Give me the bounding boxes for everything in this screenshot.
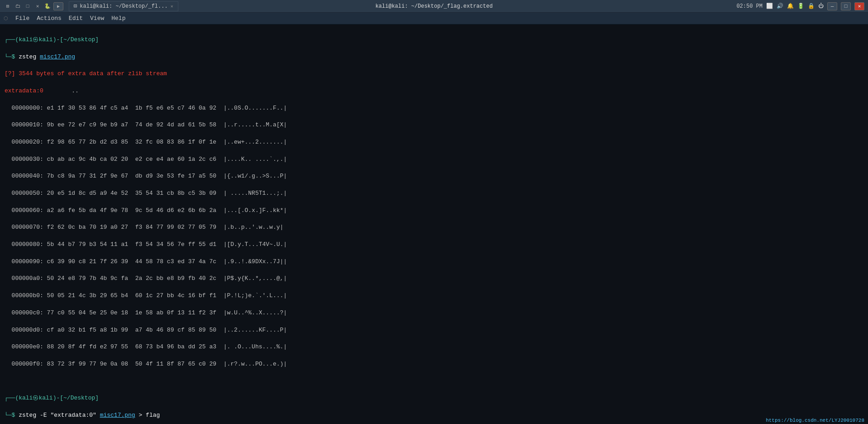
bell-icon: 🔔: [787, 3, 794, 10]
monitor-icon: ⬜: [766, 3, 773, 10]
zsteg-error: [?] 3544 bytes of extra data after zlib …: [5, 70, 863, 78]
terminal-content: ┌──(kali㉿kali)-[~/Desktop] └─$ zsteg mis…: [0, 24, 868, 424]
hex-line-6: 00000060: a2 a6 fe 5b da 4f 9e 78 9c 5d …: [5, 207, 863, 215]
window-title: kali@kali: ~/Desktop/_flag.extracted: [375, 3, 492, 10]
hex-line-9: 00000090: c6 39 90 c8 21 7f 26 39 44 58 …: [5, 258, 863, 266]
snake-icon: 🐍: [43, 2, 52, 10]
tab-label: kali@kali: ~/Desktop/_fl...: [80, 3, 167, 10]
lock-icon: 🔒: [808, 3, 815, 10]
bottom-url-bar: https://blog.csdn.net/LYJ20010728: [762, 417, 868, 424]
terminal-icon: ▶: [53, 2, 63, 10]
hex-line-a: 000000a0: 50 24 e8 79 7b 4b 9c fa 2a 2c …: [5, 275, 863, 283]
close-icon[interactable]: ✕: [33, 2, 42, 10]
hex-line-4: 00000040: 7b c8 9a 77 31 2f 9e 67 db d9 …: [5, 172, 863, 181]
cmd-line-2: └─$ zsteg -E "extradata:0" misc17.png > …: [5, 411, 863, 420]
hex-line-3: 00000030: cb ab ac 9c 4b ca 02 20 e2 ce …: [5, 155, 863, 164]
hex-line-c: 000000c0: 77 c0 55 04 5e 25 0e 18 1e 58 …: [5, 309, 863, 318]
power-icon: ⏻: [818, 3, 824, 10]
cmd-line-1: └─$ zsteg misc17.png: [5, 53, 863, 62]
menu-edit[interactable]: Edit: [69, 15, 83, 22]
menu-bar: ⬡ File Actions Edit View Help: [0, 13, 868, 24]
csdn-url: https://blog.csdn.net/LYJ20010728: [766, 418, 864, 423]
tab[interactable]: ⊡ kali@kali: ~/Desktop/_fl... ✕: [69, 1, 178, 11]
hex-line-0: 00000000: e1 1f 30 53 86 4f c5 a4 1b f5 …: [5, 104, 863, 113]
app-icon: ⊞: [4, 2, 12, 10]
menu-file[interactable]: File: [15, 15, 29, 22]
clock: 02:50 PM: [736, 3, 763, 10]
prompt-line-1: ┌──(kali㉿kali)-[~/Desktop]: [5, 36, 863, 44]
hex-line-2: 00000020: f2 98 65 77 2b d2 d3 85 32 fc …: [5, 138, 863, 147]
folder-icon: 🗀: [14, 2, 22, 10]
maximize-button[interactable]: □: [841, 2, 851, 10]
extra-data-label: extradata:0 ..: [5, 87, 863, 96]
tab-close-btn[interactable]: ✕: [171, 4, 173, 9]
terminal-tab-icon: ⊡: [74, 3, 77, 10]
prompt-line-2: ┌──(kali㉿kali)-[~/Desktop]: [5, 394, 863, 403]
hex-line-d: 000000d0: cf a0 32 b1 f5 a8 1b 99 a7 4b …: [5, 326, 863, 335]
titlebar-left: ⊞ 🗀 □ ✕ 🐍 ▶ ⊡ kali@kali: ~/Desktop/_fl..…: [4, 1, 178, 11]
menu-actions[interactable]: Actions: [37, 15, 62, 22]
menu-help[interactable]: Help: [111, 15, 125, 22]
titlebar-right: 02:50 PM ⬜ 🔊 🔔 🔋 🔒 ⏻ — □ ✕: [736, 2, 864, 10]
menu-view[interactable]: View: [90, 15, 104, 22]
battery-icon: 🔋: [797, 3, 804, 10]
blank-line-1: [5, 377, 863, 386]
hex-line-e: 000000e0: 88 20 8f 4f fd e2 97 55 68 73 …: [5, 343, 863, 352]
minimize-button[interactable]: —: [827, 2, 837, 10]
new-window-icon: □: [24, 2, 32, 10]
menu-icon: ⬡: [4, 15, 8, 21]
hex-line-7: 00000070: f2 62 0c ba 70 19 a0 27 f3 84 …: [5, 223, 863, 232]
hex-line-f: 000000f0: 83 72 3f 99 77 9e 0a 08 50 4f …: [5, 360, 863, 369]
hex-line-8: 00000080: 5b 44 b7 79 b3 54 11 a1 f3 54 …: [5, 241, 863, 249]
title-bar: ⊞ 🗀 □ ✕ 🐍 ▶ ⊡ kali@kali: ~/Desktop/_fl..…: [0, 0, 868, 13]
hex-line-5: 00000050: 20 e5 1d 8c d5 a9 4e 52 35 54 …: [5, 189, 863, 198]
close-button[interactable]: ✕: [854, 2, 864, 10]
hex-line-1: 00000010: 9b ee 72 e7 c9 9e b9 a7 74 de …: [5, 121, 863, 130]
speaker-icon: 🔊: [777, 3, 783, 10]
hex-line-b: 000000b0: 50 05 21 4c 3b 29 65 b4 60 1c …: [5, 292, 863, 300]
